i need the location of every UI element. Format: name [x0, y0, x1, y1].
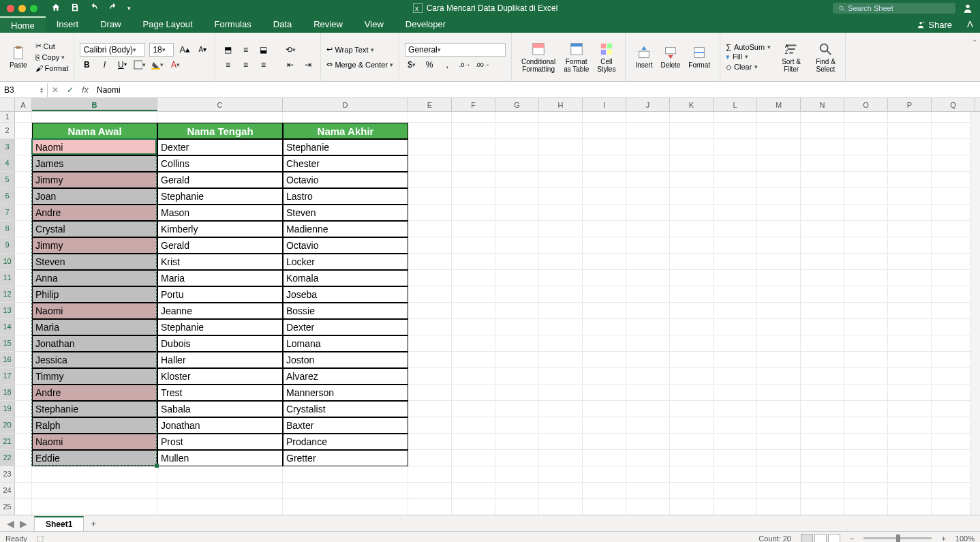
cell-K19[interactable] — [670, 401, 714, 417]
cell-L2[interactable] — [714, 123, 757, 139]
cell-J7[interactable] — [626, 205, 670, 221]
cell-G4[interactable] — [495, 155, 539, 172]
wrap-text-button[interactable]: ↩Wrap Text — [326, 45, 373, 54]
cell-Q24[interactable] — [932, 483, 975, 499]
cell-K3[interactable] — [670, 139, 714, 155]
cell-N8[interactable] — [801, 221, 844, 237]
cell-B9[interactable]: Jimmy — [32, 237, 157, 254]
cell-D18[interactable]: Mannerson — [283, 385, 408, 401]
cell-B24[interactable] — [32, 483, 157, 499]
cell-D19[interactable]: Crystalist — [283, 401, 408, 417]
row-header-10[interactable]: 10 — [0, 254, 15, 270]
cell-K8[interactable] — [670, 221, 714, 237]
cell-L5[interactable] — [714, 172, 757, 188]
cell-F24[interactable] — [452, 483, 495, 499]
cell-I9[interactable] — [583, 237, 626, 254]
cell-N24[interactable] — [801, 483, 844, 499]
cell-Q23[interactable] — [932, 466, 975, 483]
cell-A18[interactable] — [15, 385, 32, 401]
row-header-18[interactable]: 18 — [0, 385, 15, 401]
cell-L9[interactable] — [714, 237, 757, 254]
cell-M22[interactable] — [757, 450, 801, 466]
cell-K2[interactable] — [670, 123, 714, 139]
cell-Q7[interactable] — [932, 205, 975, 221]
cell-Q6[interactable] — [932, 188, 975, 205]
cell-Q22[interactable] — [932, 450, 975, 466]
cell-F5[interactable] — [452, 172, 495, 188]
cell-A14[interactable] — [15, 319, 32, 335]
column-header-C[interactable]: C — [157, 98, 283, 111]
cell-M6[interactable] — [757, 188, 801, 205]
cell-J17[interactable] — [626, 368, 670, 385]
column-header-N[interactable]: N — [801, 98, 844, 111]
cell-C13[interactable]: Jeanne — [157, 303, 283, 319]
cell-H23[interactable] — [539, 466, 583, 483]
cell-G6[interactable] — [495, 188, 539, 205]
cell-G12[interactable] — [495, 286, 539, 303]
cell-G7[interactable] — [495, 205, 539, 221]
cell-B23[interactable] — [32, 466, 157, 483]
cell-D8[interactable]: Madienne — [283, 221, 408, 237]
cell-D14[interactable]: Dexter — [283, 319, 408, 335]
cell-I15[interactable] — [583, 335, 626, 352]
cell-A10[interactable] — [15, 254, 32, 270]
row-header-21[interactable]: 21 — [0, 434, 15, 450]
cell-F22[interactable] — [452, 450, 495, 466]
column-header-B[interactable]: B — [32, 98, 157, 111]
cell-O23[interactable] — [844, 466, 888, 483]
cell-K24[interactable] — [670, 483, 714, 499]
align-left-button[interactable]: ≡ — [221, 58, 234, 72]
row-header-5[interactable]: 5 — [0, 172, 15, 188]
cell-P13[interactable] — [888, 303, 932, 319]
cell-I14[interactable] — [583, 319, 626, 335]
increase-decimal-button[interactable]: .0→ — [458, 58, 472, 72]
cell-N6[interactable] — [801, 188, 844, 205]
column-header-Q[interactable]: Q — [932, 98, 975, 111]
column-header-K[interactable]: K — [670, 98, 714, 111]
cell-N17[interactable] — [801, 368, 844, 385]
cell-B17[interactable]: Timmy — [32, 368, 157, 385]
cell-Q13[interactable] — [932, 303, 975, 319]
cell-B18[interactable]: Andre — [32, 385, 157, 401]
zoom-in-button[interactable]: + — [941, 535, 945, 543]
cell-P2[interactable] — [888, 123, 932, 139]
cell-M11[interactable] — [757, 270, 801, 286]
ribbon-options-icon[interactable]: ⌄ — [972, 35, 977, 43]
row-header-19[interactable]: 19 — [0, 401, 15, 417]
cell-I6[interactable] — [583, 188, 626, 205]
cell-M7[interactable] — [757, 205, 801, 221]
number-format-select[interactable]: General — [405, 43, 506, 57]
cell-L11[interactable] — [714, 270, 757, 286]
cell-N13[interactable] — [801, 303, 844, 319]
cell-P18[interactable] — [888, 385, 932, 401]
search-sheet-box[interactable] — [833, 3, 955, 14]
cell-N4[interactable] — [801, 155, 844, 172]
cell-I17[interactable] — [583, 368, 626, 385]
cell-B5[interactable]: Jimmy — [32, 172, 157, 188]
cell-H9[interactable] — [539, 237, 583, 254]
cell-O13[interactable] — [844, 303, 888, 319]
cell-N3[interactable] — [801, 139, 844, 155]
cell-O11[interactable] — [844, 270, 888, 286]
cell-I11[interactable] — [583, 270, 626, 286]
row-header-2[interactable]: 2 — [0, 123, 15, 139]
cell-L23[interactable] — [714, 466, 757, 483]
cell-C22[interactable]: Mullen — [157, 450, 283, 466]
cell-I21[interactable] — [583, 434, 626, 450]
row-header-7[interactable]: 7 — [0, 205, 15, 221]
cell-C15[interactable]: Dubois — [157, 335, 283, 352]
cell-B19[interactable]: Stephanie — [32, 401, 157, 417]
cell-A7[interactable] — [15, 205, 32, 221]
cell-G23[interactable] — [495, 466, 539, 483]
cell-H7[interactable] — [539, 205, 583, 221]
cell-G18[interactable] — [495, 385, 539, 401]
cell-M18[interactable] — [757, 385, 801, 401]
cell-G5[interactable] — [495, 172, 539, 188]
cell-J23[interactable] — [626, 466, 670, 483]
cell-Q1[interactable] — [932, 112, 975, 123]
cell-D17[interactable]: Alvarez — [283, 368, 408, 385]
cell-O4[interactable] — [844, 155, 888, 172]
cell-M23[interactable] — [757, 466, 801, 483]
cell-N19[interactable] — [801, 401, 844, 417]
cell-O21[interactable] — [844, 434, 888, 450]
